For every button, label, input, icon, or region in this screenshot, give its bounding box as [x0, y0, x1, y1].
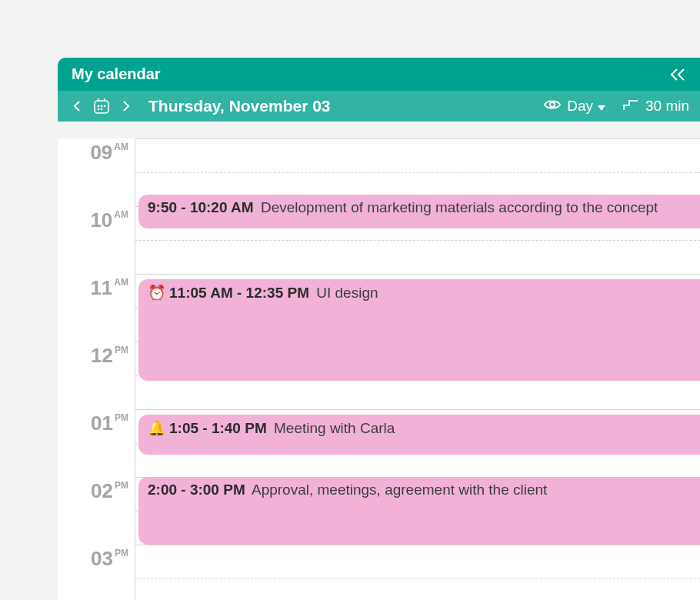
hour-label: 11AM: [90, 278, 128, 298]
hour-line: [135, 409, 700, 410]
event-time: 11:05 AM - 12:35 PM: [169, 285, 309, 301]
calendar-event[interactable]: 9:50 - 10:20 AM Development of marketing…: [138, 195, 700, 228]
prev-day-button[interactable]: [68, 98, 85, 115]
svg-point-5: [104, 105, 105, 106]
event-icon: 🔔: [148, 420, 166, 436]
svg-point-7: [101, 108, 102, 109]
calendar-toolbar: Thursday, November 03 Day: [58, 91, 700, 122]
view-label: Day: [567, 98, 593, 115]
hour-line: [135, 138, 700, 139]
event-time: 2:00 - 3:00 PM: [148, 482, 245, 498]
svg-point-6: [98, 108, 98, 109]
calendar-event[interactable]: 2:00 - 3:00 PM Approval, meetings, agree…: [138, 477, 700, 545]
hour-line: [135, 274, 700, 275]
collapse-icon[interactable]: [669, 68, 686, 82]
half-hour-line: [135, 172, 700, 173]
event-title: Development of marketing materials accor…: [257, 199, 658, 215]
date-nav: Thursday, November 03: [68, 97, 331, 115]
hour-label: 03PM: [91, 548, 128, 568]
next-day-button[interactable]: [118, 98, 135, 115]
time-gutter: 09AM10AM11AM12PM01PM02PM03PM: [58, 138, 135, 600]
interval-label: 30 min: [645, 98, 689, 115]
calendar-picker-icon[interactable]: [93, 98, 110, 115]
hour-label: 02PM: [91, 481, 128, 501]
day-grid: 09AM10AM11AM12PM01PM02PM03PM 9:50 - 10:2…: [58, 138, 700, 600]
interval-selector[interactable]: 30 min: [622, 98, 689, 115]
half-hour-line: [135, 240, 700, 241]
svg-point-8: [550, 102, 555, 107]
event-title: UI design: [312, 285, 378, 301]
panel-header: My calendar: [58, 58, 700, 91]
hour-line: [135, 545, 700, 545]
event-icon: ⏰: [148, 285, 166, 301]
event-time: 9:50 - 10:20 AM: [148, 199, 254, 215]
calendar-event[interactable]: 🔔1:05 - 1:40 PM Meeting with Carla: [138, 415, 700, 455]
current-date-label: Thursday, November 03: [148, 97, 331, 115]
events-area[interactable]: 9:50 - 10:20 AM Development of marketing…: [135, 138, 700, 600]
hour-label: 10AM: [90, 210, 128, 230]
hour-label: 09AM: [90, 142, 128, 162]
step-icon: [622, 98, 639, 115]
svg-point-3: [98, 105, 98, 106]
view-selector[interactable]: Day: [544, 98, 605, 115]
half-hour-line: [135, 578, 700, 579]
svg-point-4: [101, 105, 102, 106]
event-title: Approval, meetings, agreement with the c…: [248, 482, 548, 498]
event-time: 1:05 - 1:40 PM: [169, 420, 267, 436]
eye-icon: [544, 98, 561, 115]
event-title: Meeting with Carla: [270, 420, 395, 436]
panel-title: My calendar: [72, 65, 161, 83]
chevron-down-icon: [598, 98, 605, 115]
calendar-panel: My calendar: [58, 58, 700, 600]
hour-label: 01PM: [91, 413, 128, 433]
hour-label: 12PM: [91, 345, 128, 365]
calendar-event[interactable]: ⏰11:05 AM - 12:35 PM UI design: [138, 279, 700, 381]
